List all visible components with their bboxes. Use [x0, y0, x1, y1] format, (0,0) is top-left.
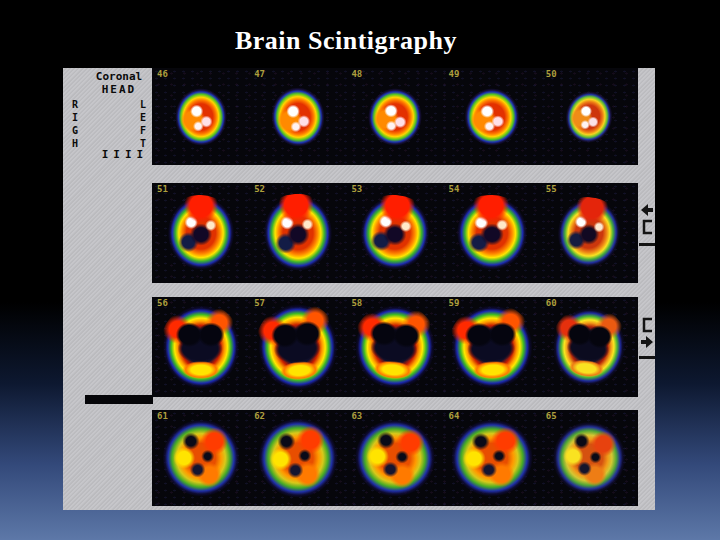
- frame-number: 60: [546, 298, 557, 308]
- brain-scan-image: [348, 412, 442, 503]
- frame-number: 51: [157, 184, 168, 194]
- scan-cell: 46: [152, 68, 249, 165]
- frame-number: 56: [157, 298, 168, 308]
- scan-cell: 52: [249, 183, 346, 283]
- brain-scan-image: [159, 416, 243, 500]
- scan-cell: 47: [249, 68, 346, 165]
- scan-row-4: 61 62 63 64 65: [152, 410, 638, 506]
- frame-number: 63: [351, 411, 362, 421]
- frame-number: 55: [546, 184, 557, 194]
- frame-number: 62: [254, 411, 265, 421]
- brain-scan-image: [348, 299, 443, 394]
- scan-cell: 56: [152, 297, 249, 397]
- brain-scan-image: [561, 87, 618, 147]
- frame-number: 65: [546, 411, 557, 421]
- orientation-letter: E: [137, 111, 149, 124]
- orientation-right-label: R I G H: [69, 98, 81, 150]
- orientation-letter: L: [137, 98, 149, 111]
- orientation-letter: F: [137, 124, 149, 137]
- frame-number: 53: [351, 184, 362, 194]
- frame-number: 48: [351, 69, 362, 79]
- slide-background: Brain Scintigraphy Coronal HEAD R I G H …: [0, 0, 720, 540]
- brain-scan-image: [545, 301, 633, 393]
- scan-cell: 50: [541, 68, 638, 165]
- brain-scan-image: [268, 85, 328, 148]
- scan-frame-artifact: [85, 395, 153, 404]
- scan-cell: 54: [444, 183, 541, 283]
- frame-number: 61: [157, 411, 168, 421]
- scan-cell: 58: [346, 297, 443, 397]
- calibration-ticks: IIII: [93, 148, 157, 161]
- brain-scan-image: [259, 191, 336, 274]
- brain-scan-image: [251, 299, 344, 395]
- frame-number: 50: [546, 69, 557, 79]
- brain-scan-image: [552, 194, 626, 273]
- brain-scan-image: [252, 412, 344, 504]
- scan-cell: 57: [249, 297, 346, 397]
- brain-scan-image: [463, 87, 522, 147]
- scan-cell: 51: [152, 183, 249, 283]
- panel-header-plane: Coronal: [77, 70, 161, 83]
- arrow-left-bracket-icon: [639, 203, 655, 249]
- frame-number: 64: [449, 411, 460, 421]
- frame-number: 46: [157, 69, 168, 79]
- scan-cell: 53: [346, 183, 443, 283]
- brain-scan-image: [545, 414, 633, 502]
- brain-scan-image: [446, 301, 538, 392]
- scan-cell: 64: [444, 410, 541, 506]
- scintigraphy-panel: Coronal HEAD R I G H L E F T IIII 46 47: [63, 68, 655, 510]
- scan-row-3: 56 57 58 59 60: [152, 297, 638, 397]
- orientation-letter: I: [69, 111, 81, 124]
- brain-scan-image: [174, 88, 228, 146]
- orientation-left-label: L E F T: [137, 98, 149, 150]
- brain-scan-image: [446, 414, 538, 501]
- orientation-letter: R: [69, 98, 81, 111]
- frame-number: 58: [351, 298, 362, 308]
- frame-number: 52: [254, 184, 265, 194]
- scan-cell: 63: [346, 410, 443, 506]
- frame-number: 54: [449, 184, 460, 194]
- brain-scan-image: [159, 303, 243, 391]
- scan-cell: 55: [541, 183, 638, 283]
- scan-cell: 62: [249, 410, 346, 506]
- brain-scan-image: [364, 85, 425, 148]
- panel-header-region: HEAD: [77, 83, 161, 96]
- frame-number: 57: [254, 298, 265, 308]
- arrow-right-bracket-icon: [639, 316, 655, 362]
- frame-number: 47: [254, 69, 265, 79]
- orientation-letter: H: [69, 137, 81, 150]
- brain-scan-image: [166, 195, 236, 271]
- slide-title: Brain Scintigraphy: [0, 26, 692, 56]
- orientation-letter: G: [69, 124, 81, 137]
- brain-scan-image: [355, 192, 434, 274]
- scan-row-1: 46 47 48 49 50: [152, 68, 638, 165]
- frame-number: 59: [449, 298, 460, 308]
- brain-scan-image: [454, 194, 531, 273]
- scan-cell: 60: [541, 297, 638, 397]
- scan-cell: 61: [152, 410, 249, 506]
- panel-header: Coronal HEAD: [77, 70, 161, 96]
- scan-cell: 59: [444, 297, 541, 397]
- scan-row-2: 51 52 53 54 55: [152, 183, 638, 283]
- frame-number: 49: [449, 69, 460, 79]
- scan-cell: 48: [346, 68, 443, 165]
- scan-cell: 65: [541, 410, 638, 506]
- scan-cell: 49: [444, 68, 541, 165]
